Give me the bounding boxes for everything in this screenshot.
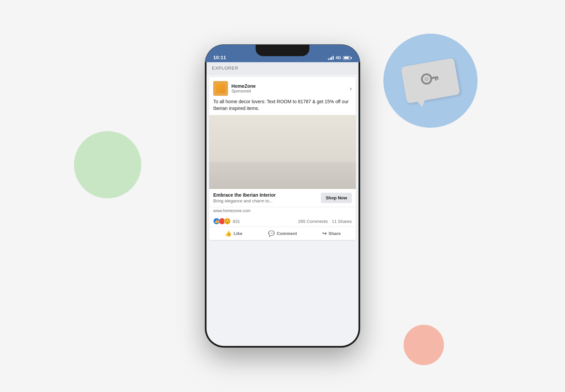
comment-label: Comment (277, 231, 297, 236)
phone-notch (256, 45, 309, 56)
advertiser-logo (213, 81, 228, 96)
svg-rect-4 (437, 78, 439, 80)
ad-card: HomeZone Sponsored › To all home decor l… (209, 77, 356, 240)
network-type: 4G (336, 55, 341, 60)
signal-bars-icon (328, 56, 334, 60)
phone-screen: EXPLORER (206, 62, 359, 346)
reaction-icons: 👍 ❤️ 😯 (213, 218, 231, 225)
ad-image (209, 115, 356, 189)
ad-description: Bring elegance and charm to... (213, 198, 317, 203)
share-label: Share (329, 231, 341, 236)
ad-bottom-text: Embrace the Iberian Interior Bring elega… (213, 192, 317, 203)
phone-mockup: 10:11 4G EXPL (205, 45, 360, 347)
advertiser-name: HomeZone (231, 83, 346, 89)
engagement-stats: 265 Comments 11 Shares (298, 219, 352, 224)
haha-reaction: 😯 (224, 218, 231, 225)
status-icons: 4G (328, 55, 352, 60)
action-buttons: 👍 Like 💬 Comment ↪ Share (209, 227, 356, 240)
signal-bar-1 (328, 58, 329, 60)
reaction-count: 831 (233, 219, 240, 224)
explorer-label: EXPLORER (212, 66, 238, 71)
share-icon: ↪ (322, 230, 327, 237)
share-button[interactable]: ↪ Share (307, 228, 356, 239)
like-button[interactable]: 👍 Like (209, 228, 258, 239)
shop-now-button[interactable]: Shop Now (321, 193, 352, 203)
room-floor (209, 162, 356, 189)
ad-cta-section: Embrace the Iberian Interior Bring elega… (209, 189, 356, 207)
explorer-bar: EXPLORER (206, 62, 359, 74)
like-icon: 👍 (225, 230, 232, 237)
sponsored-label: Sponsored (231, 89, 346, 93)
phone-body: 10:11 4G EXPL (205, 45, 360, 347)
more-options-button[interactable]: › (350, 85, 352, 92)
advertiser-info: HomeZone Sponsored (231, 83, 346, 93)
svg-rect-3 (435, 78, 437, 81)
signal-bar-4 (333, 56, 334, 60)
speech-bubble (401, 58, 460, 104)
like-label: Like (234, 231, 242, 236)
reactions-bar: 👍 ❤️ 😯 831 265 Comments 11 Shares (209, 216, 356, 227)
ad-body-text: To all home decor lovers: Text ROOM to 8… (209, 99, 356, 115)
ad-url: www.homezone.com (209, 207, 356, 216)
battery-icon (343, 56, 352, 60)
signal-bar-3 (331, 57, 332, 60)
ad-headline: Embrace the Iberian Interior (213, 192, 317, 198)
room-scene (209, 115, 356, 189)
peach-circle-decoration (404, 325, 444, 365)
signal-bar-2 (330, 58, 331, 60)
green-circle-decoration (74, 131, 141, 198)
svg-point-1 (424, 76, 429, 82)
comments-count: 265 Comments (298, 219, 328, 224)
key-badge-decoration (383, 34, 478, 128)
shares-count: 11 Shares (332, 219, 352, 224)
comment-icon: 💬 (268, 230, 275, 237)
comment-button[interactable]: 💬 Comment (258, 228, 307, 239)
ad-header: HomeZone Sponsored › (209, 77, 356, 99)
key-icon (417, 67, 444, 94)
